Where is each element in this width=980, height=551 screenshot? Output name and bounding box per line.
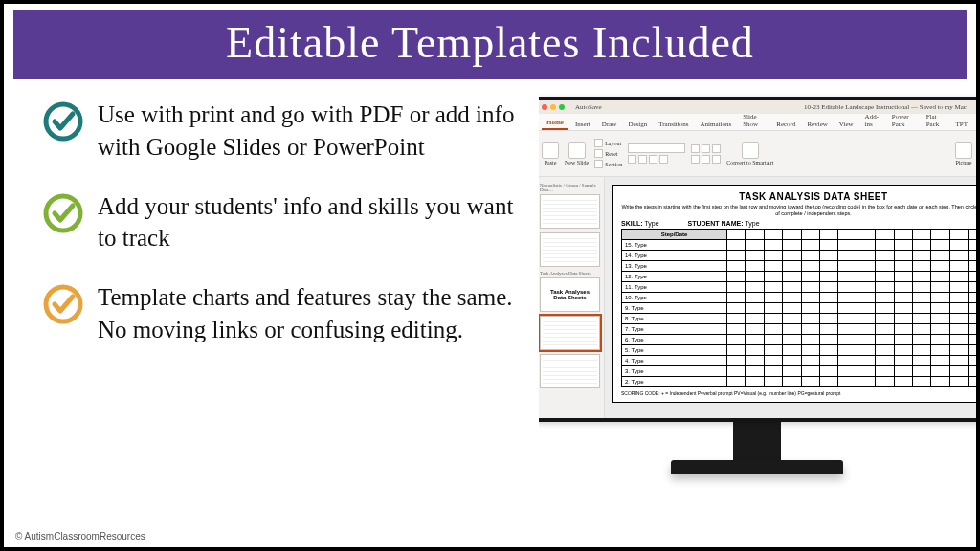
step-cell: 13. Type	[621, 261, 726, 272]
tab-view[interactable]: View	[835, 119, 858, 130]
step-cell: 6. Type	[621, 335, 726, 345]
check-icon	[42, 100, 84, 143]
worksheet: TASK ANALYSIS DATA SHEET Write the steps…	[612, 185, 976, 403]
tab-insert[interactable]: Insert	[570, 119, 595, 130]
bullet-text: Use with print and go with PDF or add in…	[98, 99, 529, 164]
slide-thumbnails: Naturalistic / Group / Sample Data… 11 1…	[539, 177, 605, 418]
bold-button[interactable]	[628, 155, 636, 164]
tab-design[interactable]: Design	[623, 119, 652, 130]
indent-button[interactable]	[712, 144, 721, 153]
bullets-button[interactable]	[691, 144, 700, 153]
scoring-code: SCORING CODE: + = Independent P=verbal p…	[621, 390, 976, 396]
slide-group: Layout Reset Section	[594, 139, 622, 168]
align-left-button[interactable]	[691, 155, 700, 164]
bullet-3: Template charts and features stay the sa…	[42, 281, 529, 346]
monitor-stand	[733, 422, 781, 460]
new-slide-button[interactable]: New Slide	[565, 142, 589, 165]
step-cell: 12. Type	[621, 272, 726, 282]
content-area: Use with print and go with PDF or add in…	[4, 79, 976, 540]
copyright: © AutismClassroomResources	[15, 531, 145, 541]
editor-area: Naturalistic / Group / Sample Data… 11 1…	[539, 177, 976, 418]
step-cell: 9. Type	[621, 303, 726, 314]
ribbon: Paste New Slide Layout Reset Section	[539, 131, 976, 177]
picture-button[interactable]: Picture	[955, 142, 972, 165]
slide-thumb-11[interactable]: 11	[540, 194, 600, 229]
numbering-button[interactable]	[702, 144, 710, 153]
slide-thumb-14[interactable]: 14	[540, 316, 600, 350]
bullet-column: Use with print and go with PDF or add in…	[4, 79, 539, 540]
tab-slideshow[interactable]: Slide Show	[738, 111, 769, 130]
minimize-icon[interactable]	[550, 104, 556, 110]
tab-draw[interactable]: Draw	[597, 119, 622, 130]
check-icon	[42, 283, 84, 325]
zoom-icon[interactable]	[559, 104, 565, 110]
sheet-title: TASK ANALYSIS DATA SHEET	[621, 191, 976, 202]
sheet-instructions: Write the steps in starting with the fir…	[621, 204, 976, 216]
section-button[interactable]: Section	[594, 160, 622, 168]
step-cell: 11. Type	[621, 282, 726, 293]
monitor-base	[671, 460, 843, 474]
align-center-button[interactable]	[702, 155, 710, 164]
font-group	[628, 143, 685, 164]
tab-tpt[interactable]: TPT	[951, 119, 972, 130]
slide-canvas[interactable]: TASK ANALYSIS DATA SHEET Write the steps…	[605, 177, 976, 418]
section-label-1[interactable]: Naturalistic / Group / Sample Data…	[540, 183, 600, 192]
step-cell: 2. Type	[621, 377, 726, 387]
slide-frame: Editable Templates Included Use with pri…	[0, 0, 980, 551]
step-cell: 5. Type	[621, 345, 726, 356]
tab-animations[interactable]: Animations	[696, 119, 737, 130]
italic-button[interactable]	[638, 155, 647, 164]
step-cell: 3. Type	[621, 366, 726, 377]
layout-button[interactable]: Layout	[594, 139, 622, 147]
step-cell: 14. Type	[621, 251, 726, 261]
convert-smartart-button[interactable]: Convert to SmartArt	[726, 142, 773, 165]
step-cell: 15. Type	[621, 240, 726, 251]
ribbon-tabs: Home Insert Draw Design Transitions Anim…	[539, 114, 976, 131]
col-step-header: Step/Date	[621, 230, 726, 240]
bullet-text: Template charts and features stay the sa…	[98, 281, 529, 346]
font-field[interactable]	[628, 143, 685, 153]
close-icon[interactable]	[542, 104, 547, 110]
reset-button[interactable]: Reset	[594, 149, 622, 158]
tab-addins[interactable]: Add-ins	[860, 111, 885, 130]
tab-review[interactable]: Review	[802, 119, 832, 130]
tab-flatpack[interactable]: Flat Pack	[922, 111, 949, 130]
slide-thumb-15[interactable]: 15	[540, 354, 600, 388]
monitor: AutoSave 10-23 Editable Landscape Instru…	[539, 97, 976, 489]
section-label-2[interactable]: Task Analyses Data Sheets	[540, 271, 600, 276]
banner-title: Editable Templates Included	[13, 10, 967, 79]
para-group	[691, 144, 721, 164]
document-title: 10-23 Editable Landscape Instructional —…	[804, 103, 967, 111]
bullet-2: Add your students' info and skills you w…	[42, 190, 529, 255]
slide-thumb-12[interactable]: 12	[540, 232, 600, 267]
strike-button[interactable]	[659, 155, 668, 164]
task-table: Step/Date 15. Type14. Type13. Type12. Ty…	[621, 229, 976, 387]
tab-transitions[interactable]: Transitions	[654, 119, 693, 130]
tab-record[interactable]: Record	[771, 119, 800, 130]
bullet-text: Add your students' info and skills you w…	[98, 190, 529, 255]
step-cell: 10. Type	[621, 293, 726, 303]
step-cell: 8. Type	[621, 314, 726, 324]
powerpoint-window: AutoSave 10-23 Editable Landscape Instru…	[539, 97, 976, 422]
slide-thumb-13[interactable]: 13Task Analyses Data Sheets	[540, 277, 600, 312]
tab-home[interactable]: Home	[542, 117, 568, 130]
autosave-label: AutoSave	[575, 103, 602, 111]
underline-button[interactable]	[649, 155, 657, 164]
check-icon	[42, 192, 84, 234]
paste-button[interactable]: Paste	[542, 142, 559, 165]
tab-powerpack[interactable]: Power Pack	[887, 111, 920, 130]
bullet-1: Use with print and go with PDF or add in…	[42, 99, 529, 164]
monitor-column: AutoSave 10-23 Editable Landscape Instru…	[539, 79, 976, 540]
sheet-meta: SKILL: Type STUDENT NAME: Type	[621, 220, 976, 227]
step-cell: 7. Type	[621, 324, 726, 335]
step-cell: 4. Type	[621, 356, 726, 366]
align-right-button[interactable]	[712, 155, 721, 164]
